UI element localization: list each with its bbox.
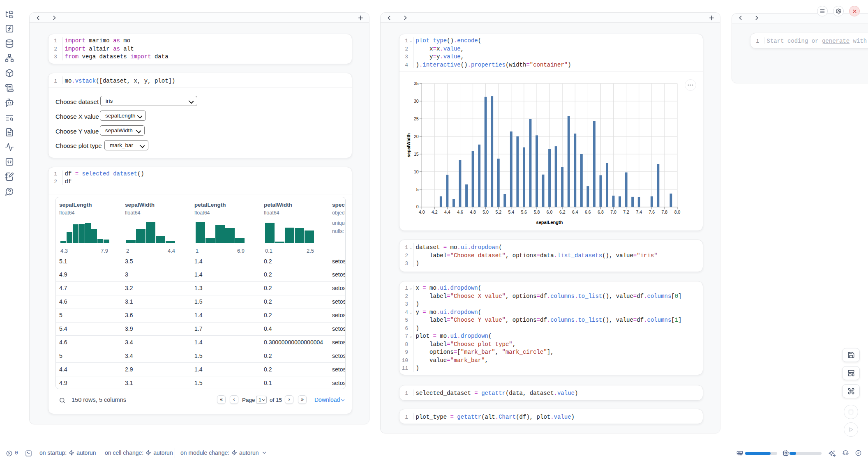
- svg-text:5: 5: [416, 187, 419, 191]
- svg-text:15: 15: [414, 151, 419, 156]
- svg-text:35: 35: [414, 81, 419, 85]
- svg-text:6.0: 6.0: [547, 210, 553, 214]
- svg-text:6.6: 6.6: [585, 210, 591, 214]
- svg-text:6.8: 6.8: [598, 210, 604, 214]
- svg-text:5.0: 5.0: [482, 210, 489, 214]
- svg-text:6.4: 6.4: [572, 210, 578, 214]
- svg-text:5.4: 5.4: [508, 210, 514, 214]
- svg-text:7.4: 7.4: [636, 210, 642, 214]
- svg-text:sepalWidth: sepalWidth: [406, 133, 411, 157]
- svg-text:10: 10: [414, 169, 419, 174]
- svg-text:5.8: 5.8: [534, 210, 540, 214]
- svg-text:25: 25: [414, 116, 419, 121]
- svg-text:4.8: 4.8: [470, 210, 476, 214]
- svg-text:sepalLength: sepalLength: [536, 220, 563, 225]
- svg-text:20: 20: [414, 134, 419, 138]
- svg-text:6.2: 6.2: [559, 210, 566, 214]
- svg-text:7.8: 7.8: [662, 210, 668, 214]
- svg-text:30: 30: [414, 98, 419, 103]
- svg-text:5.6: 5.6: [521, 210, 527, 214]
- svg-text:4.6: 4.6: [457, 210, 463, 214]
- svg-text:0: 0: [416, 204, 419, 209]
- svg-text:4.0: 4.0: [419, 210, 425, 214]
- svg-text:8.0: 8.0: [674, 210, 681, 214]
- svg-text:4.2: 4.2: [432, 210, 438, 214]
- svg-text:7.2: 7.2: [623, 210, 629, 214]
- svg-text:7.6: 7.6: [649, 210, 655, 214]
- svg-text:5.2: 5.2: [495, 210, 501, 214]
- svg-text:7.0: 7.0: [610, 210, 616, 214]
- svg-text:4.4: 4.4: [444, 210, 450, 214]
